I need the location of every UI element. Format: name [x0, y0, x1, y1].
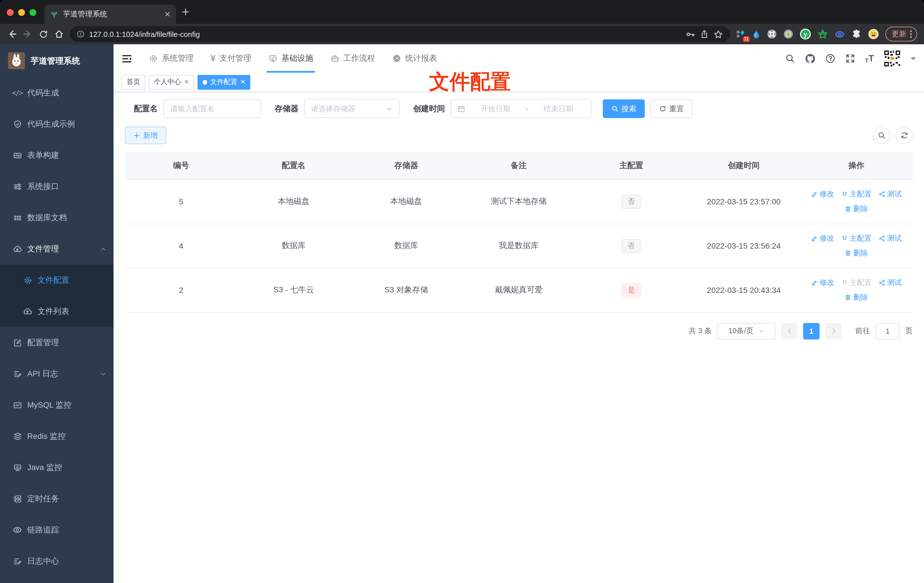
cell-storage: S3 对象存储: [350, 268, 462, 312]
tag-profile[interactable]: 个人中心 ✕: [149, 74, 194, 89]
reload-icon[interactable]: [39, 29, 48, 39]
next-page-button[interactable]: [825, 323, 842, 339]
extension-eye-icon[interactable]: [834, 29, 845, 40]
address-bar[interactable]: 127.0.0.1:1024/infra/file/file-config: [70, 26, 730, 42]
fullscreen-icon[interactable]: [845, 53, 855, 64]
cell-created: 2022-03-15 23:57:00: [688, 179, 800, 224]
new-tab-button[interactable]: [182, 8, 190, 16]
sidebar-group-file-management[interactable]: 文件管理: [0, 233, 114, 264]
refresh-table-button[interactable]: [896, 127, 912, 144]
sidebar-item-scheduled-tasks[interactable]: 定时任务: [0, 483, 114, 514]
test-link[interactable]: 测试: [879, 189, 902, 199]
timer-icon: [13, 494, 22, 503]
cell-remark: 我是数据库: [462, 224, 575, 268]
edit-link[interactable]: 修改: [811, 277, 834, 288]
tag-close-icon[interactable]: ✕: [240, 78, 245, 86]
update-browser-button[interactable]: 更新: [885, 27, 917, 41]
date-range-picker[interactable]: 开始日期 - 结束日期: [450, 99, 591, 118]
extension-emoji-icon[interactable]: [868, 28, 879, 40]
edit-link[interactable]: 修改: [811, 233, 834, 244]
test-link[interactable]: 测试: [879, 233, 902, 244]
test-link[interactable]: 测试: [879, 277, 902, 288]
sidebar-item-tracing[interactable]: 链路追踪: [0, 514, 114, 545]
sidebar-item-redis-monitor[interactable]: Redis 监控: [0, 421, 114, 452]
extension-wallet-icon[interactable]: 11: [736, 29, 746, 39]
avatar-dropdown-caret-icon[interactable]: [911, 57, 916, 63]
reset-label: 重置: [669, 104, 684, 114]
sidebar-item-form-builder[interactable]: 表单构建: [0, 140, 114, 171]
sidebar-item-code-gen-demo[interactable]: 代码生成示例: [0, 109, 114, 140]
prev-page-button[interactable]: [781, 323, 797, 339]
tab-close-icon[interactable]: [165, 12, 170, 17]
extensions-puzzle-icon[interactable]: [851, 29, 861, 39]
file-config-table: 编号 配置名 存储器 备注 主配置 创建时间 操作 5 本地磁盘: [125, 152, 912, 312]
close-window-button[interactable]: [7, 9, 13, 16]
storage-select[interactable]: 请选择存储器: [304, 99, 399, 118]
page-content: 配置名 存储器 请选择存储器 创建时间 开始日期 - 结束日期: [114, 92, 924, 583]
site-info-icon[interactable]: [77, 30, 84, 38]
cell-remark: 戴佩妮真可爱: [462, 268, 575, 312]
minimize-window-button[interactable]: [18, 9, 25, 16]
sidebar-item-system-api[interactable]: 系统接口: [0, 171, 114, 202]
tab-title: 芋道管理系统: [63, 9, 160, 19]
reset-button[interactable]: 重置: [650, 99, 693, 118]
sidebar-item-file-config[interactable]: 文件配置: [0, 264, 114, 296]
sidebar-item-code-gen[interactable]: </> 代码生成: [0, 77, 114, 109]
chevron-down-icon: [758, 328, 764, 334]
col-master: 主配置: [575, 152, 688, 179]
sidebar-item-api-log[interactable]: API 日志: [0, 358, 114, 390]
browser-tab[interactable]: 芋道管理系统: [44, 5, 176, 24]
sidebar-item-java-monitor[interactable]: Java 监控: [0, 452, 114, 483]
tag-home[interactable]: 首页: [122, 74, 145, 89]
extension-y-icon[interactable]: y: [800, 28, 811, 40]
eye-icon: [13, 525, 22, 535]
extension-drop-icon[interactable]: [752, 29, 761, 39]
add-button[interactable]: 新增: [125, 127, 166, 144]
topnav-item-reports[interactable]: 统计报表: [385, 44, 444, 73]
search-icon: [877, 131, 886, 140]
delete-link[interactable]: 删除: [845, 248, 868, 258]
master-link[interactable]: 主配置: [841, 233, 872, 244]
font-size-icon[interactable]: TT: [865, 53, 874, 64]
share-icon[interactable]: [700, 30, 709, 39]
search-icon[interactable]: [785, 53, 795, 64]
delete-link[interactable]: 删除: [845, 292, 868, 302]
topnav-item-infrastructure[interactable]: 基础设施: [261, 44, 321, 73]
tag-close-icon[interactable]: ✕: [184, 78, 189, 86]
user-avatar-qr[interactable]: [884, 50, 901, 67]
password-key-icon[interactable]: [686, 29, 695, 39]
sidebar-item-file-list[interactable]: 文件列表: [0, 296, 114, 327]
master-link[interactable]: 主配置: [841, 189, 872, 199]
back-icon[interactable]: [7, 29, 17, 39]
chevron-right-icon: [830, 327, 837, 334]
extension-star-icon[interactable]: [817, 29, 828, 40]
search-button[interactable]: 搜索: [603, 99, 645, 118]
delete-link[interactable]: 删除: [845, 204, 868, 214]
sidebar-item-mysql-monitor[interactable]: MySQL 监控: [0, 390, 114, 421]
bookmark-star-icon[interactable]: [713, 29, 723, 39]
config-name-input-wrap: [163, 99, 261, 118]
sidebar-item-log-center[interactable]: 日志中心: [0, 545, 114, 577]
config-name-input[interactable]: [170, 104, 254, 113]
collapse-sidebar-icon[interactable]: [122, 53, 132, 64]
extension-command-icon[interactable]: [767, 29, 777, 39]
page-number-button[interactable]: 1: [803, 323, 820, 339]
sidebar-item-config-management[interactable]: 配置管理: [0, 327, 114, 358]
home-icon[interactable]: [54, 29, 64, 39]
edit-link[interactable]: 修改: [811, 189, 834, 199]
filter-storage-label: 存储器: [275, 104, 299, 114]
goto-page-input[interactable]: [876, 323, 899, 339]
toggle-search-button[interactable]: [873, 127, 890, 144]
forward-icon[interactable]: [23, 29, 33, 39]
help-icon[interactable]: [825, 53, 835, 64]
extension-gray-dot-icon[interactable]: [783, 29, 794, 39]
topnav-item-workflow[interactable]: 工作流程: [323, 44, 383, 73]
topnav-item-payment[interactable]: ¥ 支付管理: [203, 44, 259, 73]
tag-file-config[interactable]: 文件配置 ✕: [198, 74, 250, 89]
sidebar-item-db-doc[interactable]: 数据库文档: [0, 202, 114, 233]
url-text[interactable]: 127.0.0.1:1024/infra/file/file-config: [89, 30, 681, 38]
zoom-window-button[interactable]: [30, 9, 36, 16]
github-icon[interactable]: [805, 53, 815, 64]
topnav-item-system[interactable]: 系统管理: [141, 44, 201, 73]
page-size-select[interactable]: 10条/页: [718, 323, 775, 339]
